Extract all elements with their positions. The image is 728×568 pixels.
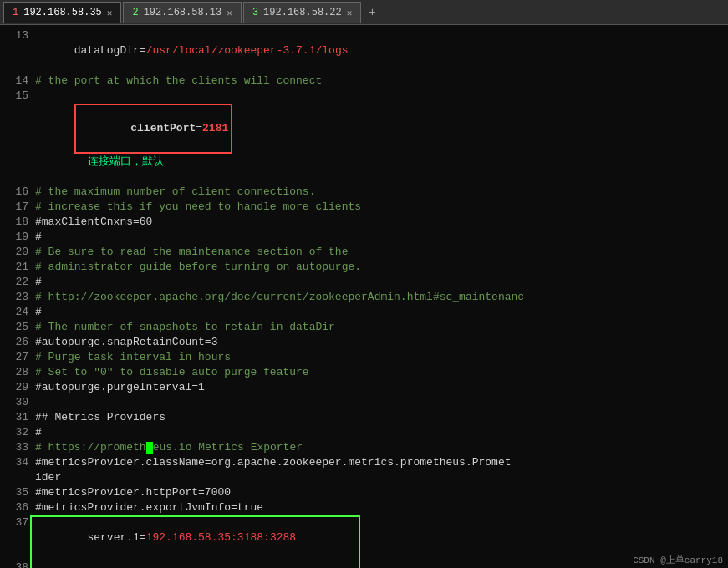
line-32: 32 # xyxy=(0,425,728,440)
line-34b: ider xyxy=(0,470,728,485)
line-26: 26 #autopurge.snapRetainCount=3 xyxy=(0,335,728,350)
tab-3-close[interactable]: ✕ xyxy=(347,8,353,18)
tab-1-label: 192.168.58.35 xyxy=(23,7,102,18)
line-29: 29 #autopurge.purgeInterval=1 xyxy=(0,380,728,395)
tab-3-label: 192.168.58.22 xyxy=(263,7,342,18)
line-33: 33 # https://prometheus.io Metrics Expor… xyxy=(0,440,728,455)
line-37: 37 server.1=192.168.58.35:3188:3288 xyxy=(0,515,728,560)
tab-1[interactable]: 1 192.168.58.35 ✕ xyxy=(3,2,121,23)
status-bar: CSDN @上单carry18 xyxy=(628,552,728,568)
line-19: 19 # xyxy=(0,230,728,245)
new-tab-button[interactable]: + xyxy=(363,3,381,22)
line-23: 23 # http://zookeeper.apache.org/doc/cur… xyxy=(0,290,728,305)
tab-1-close[interactable]: ✕ xyxy=(107,8,113,18)
line-35: 35 #metricsProvider.httpPort=7000 xyxy=(0,485,728,500)
line-27: 27 # Purge task interval in hours xyxy=(0,350,728,365)
line-31: 31 ## Metrics Providers xyxy=(0,410,728,425)
tab-2[interactable]: 2 192.168.58.13 ✕ xyxy=(123,2,241,23)
line-14: 14 # the port at which the clients will … xyxy=(0,74,728,89)
line-21: 21 # administrator guide before turning … xyxy=(0,260,728,275)
line-34: 34 #metricsProvider.className=org.apache… xyxy=(0,455,728,470)
terminal-content: 13 dataLogDir=/usr/local/zookeeper-3.7.1… xyxy=(0,25,728,568)
tab-bar: 1 192.168.58.35 ✕ 2 192.168.58.13 ✕ 3 19… xyxy=(0,0,728,25)
line-22: 22 # xyxy=(0,275,728,290)
tab-3[interactable]: 3 192.168.58.22 ✕ xyxy=(243,2,361,23)
text-cursor xyxy=(146,442,153,454)
line-28: 28 # Set to "0" to disable auto purge fe… xyxy=(0,365,728,380)
tab-3-num: 3 xyxy=(252,7,258,18)
port-annotation: 连接端口，默认 xyxy=(88,155,164,167)
line-16: 16 # the maximum number of client connec… xyxy=(0,185,728,200)
line-25: 25 # The number of snapshots to retain i… xyxy=(0,320,728,335)
line-36: 36 #metricsProvider.exportJvmInfo=true xyxy=(0,500,728,515)
tab-1-num: 1 xyxy=(13,7,18,18)
line-38: 38 server.2=192.168.58.13:3188:3288 xyxy=(0,560,728,568)
line-18: 18 #maxClientCnxns=60 xyxy=(0,215,728,230)
line-13: 13 dataLogDir=/usr/local/zookeeper-3.7.1… xyxy=(0,28,728,74)
tab-2-close[interactable]: ✕ xyxy=(227,8,232,18)
line-20: 20 # Be sure to read the maintenance sec… xyxy=(0,245,728,260)
tab-2-num: 2 xyxy=(132,7,138,18)
line-24: 24 # xyxy=(0,305,728,320)
line-15: 15 clientPort=2181 连接端口，默认 xyxy=(0,89,728,185)
line-30: 30 xyxy=(0,395,728,410)
server-lines-section: 37 server.1=192.168.58.35:3188:3288 38 s… xyxy=(0,515,728,568)
line-17: 17 # increase this if you need to handle… xyxy=(0,200,728,215)
tab-2-label: 192.168.58.13 xyxy=(144,7,222,18)
